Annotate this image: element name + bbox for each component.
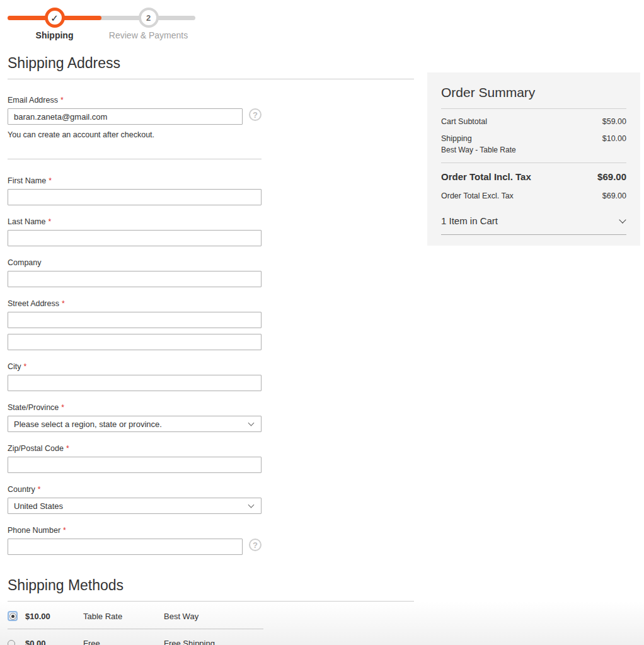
step-shipping-circle[interactable]: ✓ <box>45 8 65 28</box>
order-total-excl-value: $69.00 <box>602 191 626 200</box>
street-address-line1-input[interactable] <box>8 312 262 328</box>
city-label: City* <box>8 362 262 371</box>
order-total-incl-value: $69.00 <box>597 171 626 182</box>
shipping-cost-value: $10.00 <box>602 134 626 143</box>
zip-input[interactable] <box>8 457 262 473</box>
city-field-group: City* <box>8 362 262 391</box>
email-label: Email Address* <box>8 96 262 105</box>
required-asterisk: * <box>48 217 51 226</box>
step-number: 2 <box>146 14 151 22</box>
country-field-group: Country* United States <box>8 485 262 514</box>
chevron-down-icon <box>248 501 255 508</box>
method-price: $10.00 <box>25 612 83 621</box>
method-price: $0.00 <box>25 639 83 645</box>
city-input[interactable] <box>8 375 262 391</box>
step-review-circle[interactable]: 2 <box>139 8 159 28</box>
state-province-selected-value: Please select a region, state or provinc… <box>14 420 162 429</box>
shipping-address-title: Shipping Address <box>8 55 414 79</box>
phone-label: Phone Number* <box>8 526 262 535</box>
required-asterisk: * <box>63 526 66 535</box>
required-asterisk: * <box>66 444 69 453</box>
items-in-cart-label: 1 Item in Cart <box>441 215 498 226</box>
country-select[interactable]: United States <box>8 498 262 514</box>
first-name-field-group: First Name* <box>8 176 262 205</box>
order-total-incl-row: Order Total Incl. Tax $69.00 <box>441 171 626 182</box>
required-asterisk: * <box>49 176 52 185</box>
required-asterisk: * <box>60 96 64 105</box>
shipping-method-description: Best Way - Table Rate <box>441 146 516 154</box>
shipping-methods-title: Shipping Methods <box>8 577 414 602</box>
country-selected-value: United States <box>14 501 63 511</box>
shipping-cost-row: Shipping Best Way - Table Rate $10.00 <box>441 134 626 154</box>
last-name-label: Last Name* <box>8 217 262 226</box>
last-name-input[interactable] <box>8 230 262 246</box>
first-name-input[interactable] <box>8 189 262 205</box>
radio-dot-ring <box>9 613 16 620</box>
cart-subtotal-value: $59.00 <box>602 117 626 126</box>
step-label-shipping[interactable]: Shipping <box>36 30 74 40</box>
state-province-label: State/Province* <box>8 403 262 412</box>
order-total-excl-label: Order Total Excl. Tax <box>441 191 514 200</box>
required-asterisk: * <box>38 485 41 494</box>
method-carrier: Free Shipping <box>164 639 215 645</box>
method-title: Free <box>83 639 164 645</box>
step-label-review-payments[interactable]: Review & Payments <box>109 30 188 40</box>
phone-field-group: Phone Number* ? <box>8 526 262 555</box>
required-asterisk: * <box>62 299 65 308</box>
shipping-method-row-free[interactable]: $0.00 Free Free Shipping <box>8 629 272 645</box>
summary-divider <box>441 163 626 163</box>
required-asterisk: * <box>24 362 27 371</box>
shipping-cost-label: Shipping <box>441 134 472 143</box>
company-field-group: Company <box>8 258 262 287</box>
required-asterisk: * <box>61 403 64 412</box>
order-summary-title: Order Summary <box>441 85 626 109</box>
method-carrier: Best Way <box>164 612 198 621</box>
state-province-field-group: State/Province* Please select a region, … <box>8 403 262 432</box>
checkout-main-column: ✓ 2 Shipping Review & Payments Shipping … <box>8 0 414 645</box>
shipping-method-radio-selected[interactable] <box>8 611 18 621</box>
email-field-group: Email Address* ? You can create an accou… <box>8 96 262 139</box>
chevron-down-icon <box>619 216 626 223</box>
order-total-excl-row: Order Total Excl. Tax $69.00 <box>441 191 626 200</box>
checkout-progress-bar: ✓ 2 Shipping Review & Payments <box>8 4 195 44</box>
cart-subtotal-row: Cart Subtotal $59.00 <box>441 117 626 126</box>
company-input[interactable] <box>8 271 262 287</box>
chevron-down-icon <box>248 420 255 426</box>
zip-field-group: Zip/Postal Code* <box>8 444 262 473</box>
cart-subtotal-label: Cart Subtotal <box>441 117 487 126</box>
email-section-divider <box>8 159 262 159</box>
method-title: Table Rate <box>83 612 164 621</box>
zip-label: Zip/Postal Code* <box>8 444 262 453</box>
shipping-method-radio[interactable] <box>8 640 15 645</box>
email-note: You can create an account after checkout… <box>8 130 262 139</box>
items-in-cart-toggle[interactable]: 1 Item in Cart <box>441 215 626 235</box>
email-input[interactable] <box>8 108 243 125</box>
order-summary-panel: Order Summary Cart Subtotal $59.00 Shipp… <box>427 72 640 246</box>
street-address-field-group: Street Address* <box>8 299 262 350</box>
street-address-line2-input[interactable] <box>8 334 262 350</box>
last-name-field-group: Last Name* <box>8 217 262 246</box>
shipping-method-row-table-rate[interactable]: $10.00 Table Rate Best Way <box>8 602 272 629</box>
state-province-select[interactable]: Please select a region, state or provinc… <box>8 416 262 432</box>
first-name-label: First Name* <box>8 176 262 185</box>
phone-help-icon[interactable]: ? <box>249 539 262 551</box>
email-help-icon[interactable]: ? <box>249 108 262 121</box>
phone-input[interactable] <box>8 539 243 555</box>
order-total-incl-label: Order Total Incl. Tax <box>441 171 531 182</box>
country-label: Country* <box>8 485 262 494</box>
check-icon: ✓ <box>50 13 59 23</box>
company-label: Company <box>8 258 262 267</box>
street-address-label: Street Address* <box>8 299 262 308</box>
